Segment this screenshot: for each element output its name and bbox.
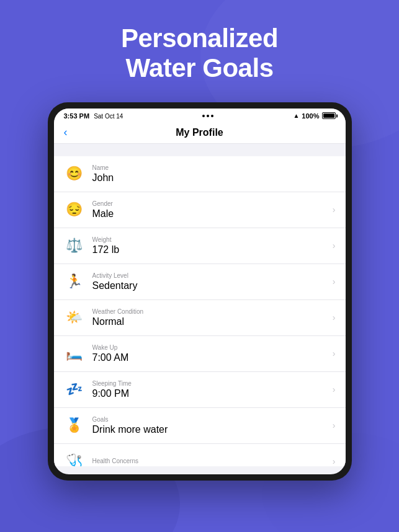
sleeping-icon: 💤 <box>64 379 85 400</box>
weather-content: Weather Condition Normal <box>92 308 333 327</box>
list-item-wakeup[interactable]: 🛏️ Wake Up 7:00 AM › <box>54 336 346 372</box>
battery-percentage: 100% <box>302 112 319 120</box>
health-label: Health Concerns <box>92 458 333 464</box>
goals-value: Drink more water <box>92 424 333 435</box>
signal-dot-2 <box>207 115 209 117</box>
health-chevron: › <box>333 456 336 466</box>
page-title-section: Personalized Water Goals <box>0 0 399 102</box>
weather-chevron: › <box>333 313 336 322</box>
weight-content: Weight 172 lb <box>92 236 333 255</box>
navigation-bar: ‹ My Profile <box>54 122 346 144</box>
list-item-goals[interactable]: 🏅 Goals Drink more water › <box>54 408 346 444</box>
activity-icon: 🏃 <box>64 271 85 292</box>
nav-title: My Profile <box>176 127 223 138</box>
gender-chevron: › <box>333 205 336 215</box>
page-title: Personalized Water Goals <box>0 24 399 84</box>
name-icon: 😊 <box>64 163 85 184</box>
wifi-icon: ▲ <box>293 112 299 119</box>
goals-label: Goals <box>92 416 333 423</box>
status-signal <box>202 115 213 117</box>
activity-content: Activity Level Sedentary <box>92 272 333 291</box>
wakeup-chevron: › <box>333 348 336 358</box>
status-time-date: 3:53 PM Sat Oct 14 <box>64 112 123 120</box>
sleeping-value: 9:00 PM <box>92 388 333 399</box>
wakeup-label: Wake Up <box>92 344 333 351</box>
goals-icon: 🏅 <box>64 415 85 436</box>
sleeping-chevron: › <box>333 384 336 394</box>
wakeup-content: Wake Up 7:00 AM <box>92 344 333 363</box>
signal-dot-3 <box>211 115 213 117</box>
status-time: 3:53 PM <box>64 112 90 120</box>
status-battery-area: ▲ 100% <box>293 112 335 120</box>
list-item-name[interactable]: 😊 Name John <box>54 156 346 192</box>
back-button[interactable]: ‹ <box>64 126 68 139</box>
list-item-activity[interactable]: 🏃 Activity Level Sedentary › <box>54 264 346 300</box>
activity-chevron: › <box>333 277 336 286</box>
list-item-gender[interactable]: 😔 Gender Male › <box>54 192 346 228</box>
weight-label: Weight <box>92 236 333 243</box>
name-value: John <box>92 172 336 184</box>
title-line1: Personalized <box>121 24 278 53</box>
list-item-health[interactable]: 🩺 Health Concerns › <box>54 444 346 466</box>
device-screen: 3:53 PM Sat Oct 14 ▲ 100% ‹ My Profile <box>54 109 346 474</box>
list-item-sleeping[interactable]: 💤 Sleeping Time 9:00 PM › <box>54 372 346 408</box>
goals-chevron: › <box>333 420 336 430</box>
wakeup-icon: 🛏️ <box>64 343 85 364</box>
weight-chevron: › <box>333 241 336 250</box>
weight-value: 172 lb <box>92 244 333 255</box>
activity-label: Activity Level <box>92 272 333 279</box>
weather-value: Normal <box>92 316 333 327</box>
weather-label: Weather Condition <box>92 308 333 315</box>
list-item-weather[interactable]: 🌤️ Weather Condition Normal › <box>54 300 346 336</box>
weight-icon: ⚖️ <box>64 235 85 256</box>
sleeping-label: Sleeping Time <box>92 380 333 387</box>
battery-fill <box>323 113 334 118</box>
gender-label: Gender <box>92 200 333 207</box>
weather-icon: 🌤️ <box>64 307 85 328</box>
gender-value: Male <box>92 208 333 219</box>
status-bar: 3:53 PM Sat Oct 14 ▲ 100% <box>54 109 346 122</box>
name-content: Name John <box>92 164 336 184</box>
battery-icon <box>322 112 336 119</box>
gender-icon: 😔 <box>64 199 85 220</box>
device-frame: 3:53 PM Sat Oct 14 ▲ 100% ‹ My Profile <box>48 102 352 481</box>
profile-list: 😊 Name John 😔 Gender Male › ⚖️ Weig <box>54 144 346 466</box>
health-icon: 🩺 <box>64 451 85 466</box>
activity-value: Sedentary <box>92 280 333 291</box>
name-label: Name <box>92 164 336 171</box>
gender-content: Gender Male <box>92 200 333 219</box>
list-item-weight[interactable]: ⚖️ Weight 172 lb › <box>54 228 346 264</box>
title-line2: Water Goals <box>125 53 273 82</box>
status-date: Sat Oct 14 <box>94 113 123 120</box>
health-content: Health Concerns <box>92 458 333 466</box>
sleeping-content: Sleeping Time 9:00 PM <box>92 380 333 399</box>
goals-content: Goals Drink more water <box>92 416 333 435</box>
wakeup-value: 7:00 AM <box>92 352 333 363</box>
signal-dot-1 <box>202 115 205 117</box>
